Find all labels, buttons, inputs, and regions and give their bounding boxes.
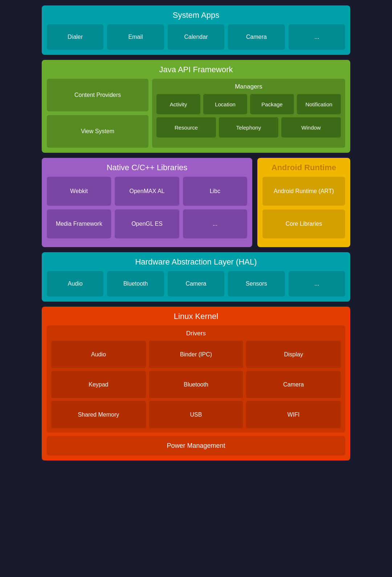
cell-telephony: Telephony: [219, 117, 278, 138]
cell-hal-more: ...: [289, 271, 345, 296]
cell-window: Window: [281, 117, 341, 138]
system-apps-title: System Apps: [47, 11, 345, 20]
managers-row-2: Resource Telephony Window: [156, 117, 341, 138]
cell-content-providers: Content Providers: [47, 79, 148, 111]
cell-driver-display: Display: [246, 341, 341, 368]
native-cpp-row-1: Webkit OpenMAX AL Libc: [47, 177, 247, 206]
cell-driver-keypad: Keypad: [51, 371, 146, 398]
managers-row-1: Activity Location Package Notification: [156, 94, 341, 114]
cell-driver-binder: Binder (IPC): [149, 341, 244, 368]
cell-calendar: Calendar: [168, 24, 224, 50]
cell-activity: Activity: [156, 94, 200, 114]
java-api-layer: Java API Framework Content Providers Vie…: [42, 60, 350, 153]
native-cpp-grid: Webkit OpenMAX AL Libc Media Framework O…: [47, 177, 247, 238]
drivers-row-1: Audio Binder (IPC) Display: [51, 341, 341, 368]
managers-title: Managers: [156, 83, 341, 90]
cell-hal-sensors: Sensors: [228, 271, 285, 296]
managers-grid: Activity Location Package Notification R…: [156, 94, 341, 138]
cell-core-libraries: Core Libraries: [262, 209, 345, 238]
cell-libc: Libc: [183, 177, 247, 206]
cell-dialer: Dialer: [47, 24, 103, 50]
android-runtime-title: Android Runtime: [262, 163, 345, 172]
cell-driver-bluetooth: Bluetooth: [149, 371, 244, 398]
system-apps-cells: Dialer Email Calendar Camera ...: [47, 24, 345, 50]
native-runtime-row: Native C/C++ Libraries Webkit OpenMAX AL…: [42, 158, 350, 247]
cell-driver-camera: Camera: [246, 371, 341, 398]
cell-package: Package: [250, 94, 294, 114]
cell-hal-audio: Audio: [47, 271, 103, 296]
managers-box: Managers Activity Location Package Notif…: [152, 79, 345, 148]
native-cpp-layer: Native C/C++ Libraries Webkit OpenMAX AL…: [42, 158, 252, 247]
native-cpp-row-2: Media Framework OpenGL ES ...: [47, 209, 247, 238]
drivers-title: Drivers: [51, 330, 341, 337]
cell-opengl: OpenGL ES: [115, 209, 179, 238]
android-runtime-layer: Android Runtime Android Runtime (ART) Co…: [257, 158, 350, 247]
drivers-row-2: Keypad Bluetooth Camera: [51, 371, 341, 398]
cell-camera: Camera: [228, 24, 285, 50]
linux-kernel-title: Linux Kernel: [47, 312, 345, 321]
drivers-box: Drivers Audio Binder (IPC) Display Keypa…: [47, 326, 345, 433]
cell-resource: Resource: [156, 117, 216, 138]
cell-art: Android Runtime (ART): [262, 177, 345, 206]
drivers-row-3: Shared Memory USB WIFI: [51, 401, 341, 428]
system-apps-layer: System Apps Dialer Email Calendar Camera…: [42, 5, 350, 55]
hal-cells: Audio Bluetooth Camera Sensors ...: [47, 271, 345, 296]
cell-email: Email: [107, 24, 164, 50]
cell-hal-bluetooth: Bluetooth: [107, 271, 164, 296]
cell-webkit: Webkit: [47, 177, 111, 206]
power-management: Power Management: [47, 436, 345, 455]
cell-more: ...: [289, 24, 345, 50]
cell-location: Location: [203, 94, 247, 114]
java-api-left: Content Providers View System: [47, 79, 148, 148]
cell-driver-audio: Audio: [51, 341, 146, 368]
cell-driver-shared-memory: Shared Memory: [51, 401, 146, 428]
cell-openmax: OpenMAX AL: [115, 177, 179, 206]
cell-driver-wifi: WIFI: [246, 401, 341, 428]
java-api-content: Content Providers View System Managers A…: [47, 79, 345, 148]
cell-media-framework: Media Framework: [47, 209, 111, 238]
linux-kernel-layer: Linux Kernel Drivers Audio Binder (IPC) …: [42, 307, 350, 461]
native-cpp-title: Native C/C++ Libraries: [47, 163, 247, 172]
cell-notification: Notification: [297, 94, 341, 114]
drivers-grid: Audio Binder (IPC) Display Keypad Blueto…: [51, 341, 341, 428]
cell-hal-camera: Camera: [168, 271, 224, 296]
java-api-title: Java API Framework: [47, 65, 345, 74]
cell-cpp-more: ...: [183, 209, 247, 238]
cell-driver-usb: USB: [149, 401, 244, 428]
cell-view-system: View System: [47, 115, 148, 148]
hal-title: Hardware Abstraction Layer (HAL): [47, 257, 345, 267]
hal-layer: Hardware Abstraction Layer (HAL) Audio B…: [42, 252, 350, 302]
